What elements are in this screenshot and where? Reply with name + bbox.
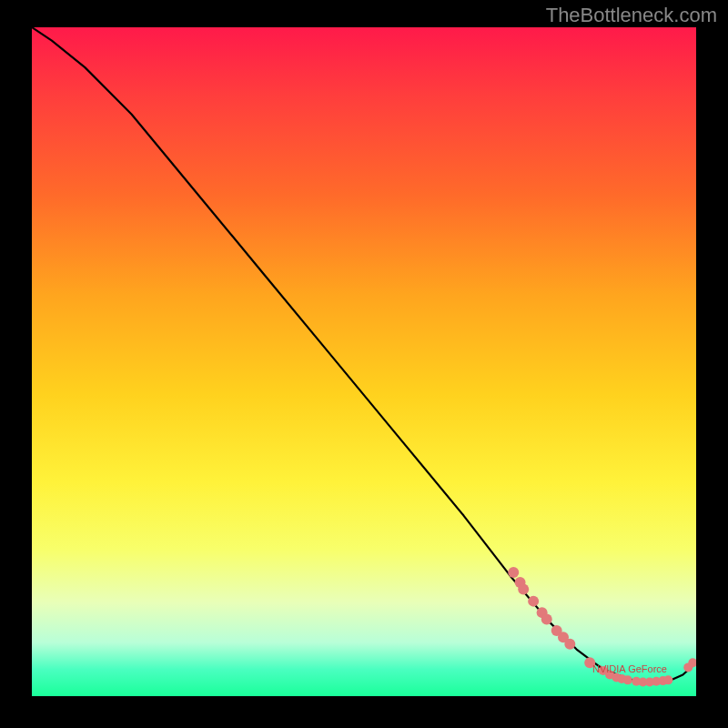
data-point-marker	[518, 583, 529, 594]
chart-plot-area: NVIDIA GeForce	[32, 27, 696, 696]
data-point-marker	[623, 675, 632, 684]
marker-label-text: NVIDIA GeForce	[592, 663, 667, 674]
watermark-text: TheBottleneck.com	[546, 4, 717, 27]
data-point-marker	[541, 613, 552, 624]
data-point-marker	[663, 675, 672, 684]
chart-line-series	[32, 27, 696, 682]
data-point-marker	[508, 567, 519, 578]
chart-svg: NVIDIA GeForce	[32, 27, 696, 696]
data-point-marker	[564, 639, 575, 650]
data-point-marker	[528, 596, 539, 607]
chart-marker-label: NVIDIA GeForce	[592, 663, 667, 674]
